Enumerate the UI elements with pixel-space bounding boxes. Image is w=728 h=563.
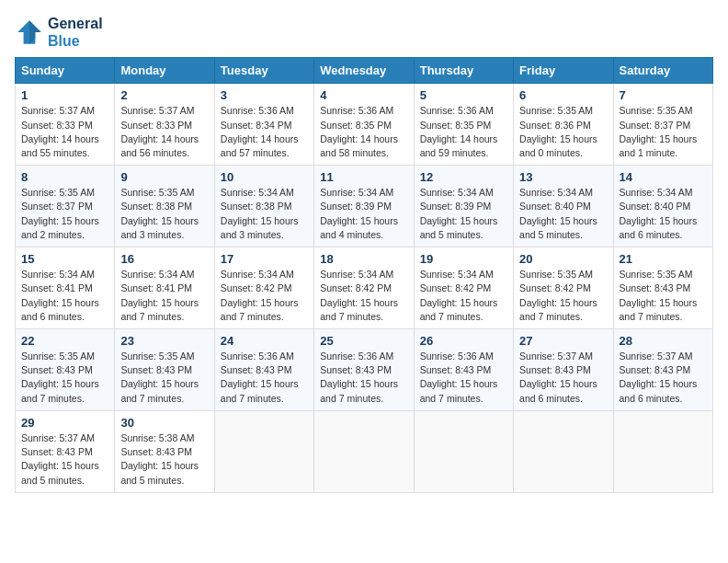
- weekday-header: Wednesday: [314, 58, 414, 84]
- weekday-row: SundayMondayTuesdayWednesdayThursdayFrid…: [16, 58, 713, 84]
- day-number: 19: [420, 252, 507, 266]
- calendar-day: 3 Sunrise: 5:36 AMSunset: 8:34 PMDayligh…: [214, 84, 313, 166]
- day-detail: Sunrise: 5:34 AMSunset: 8:39 PMDaylight:…: [320, 186, 407, 242]
- day-number: 14: [620, 170, 707, 184]
- calendar-week: 1 Sunrise: 5:37 AMSunset: 8:33 PMDayligh…: [16, 84, 713, 166]
- calendar-body: 1 Sunrise: 5:37 AMSunset: 8:33 PMDayligh…: [16, 84, 713, 492]
- calendar-day: [514, 410, 613, 492]
- calendar-table: SundayMondayTuesdayWednesdayThursdayFrid…: [15, 57, 713, 492]
- calendar-day: [314, 410, 414, 492]
- day-detail: Sunrise: 5:34 AMSunset: 8:38 PMDaylight:…: [221, 186, 308, 242]
- day-number: 8: [21, 170, 108, 184]
- calendar-day: 12 Sunrise: 5:34 AMSunset: 8:39 PMDaylig…: [414, 166, 513, 247]
- calendar-day: 9 Sunrise: 5:35 AMSunset: 8:38 PMDayligh…: [115, 166, 214, 247]
- day-number: 21: [620, 252, 707, 266]
- day-number: 17: [221, 252, 308, 266]
- day-number: 29: [21, 416, 108, 430]
- calendar-day: [214, 410, 313, 492]
- day-detail: Sunrise: 5:37 AMSunset: 8:43 PMDaylight:…: [519, 350, 607, 406]
- day-detail: Sunrise: 5:34 AMSunset: 8:41 PMDaylight:…: [21, 268, 108, 324]
- day-number: 6: [519, 88, 607, 102]
- day-number: 26: [420, 334, 507, 348]
- calendar-day: 23 Sunrise: 5:35 AMSunset: 8:43 PMDaylig…: [115, 329, 214, 411]
- day-number: 3: [221, 88, 308, 102]
- logo: General Blue: [15, 15, 103, 50]
- day-number: 24: [221, 334, 308, 348]
- day-detail: Sunrise: 5:37 AMSunset: 8:33 PMDaylight:…: [21, 104, 108, 160]
- calendar-week: 22 Sunrise: 5:35 AMSunset: 8:43 PMDaylig…: [16, 329, 713, 411]
- day-detail: Sunrise: 5:38 AMSunset: 8:43 PMDaylight:…: [120, 431, 208, 488]
- calendar-day: [613, 410, 712, 492]
- day-detail: Sunrise: 5:35 AMSunset: 8:37 PMDaylight:…: [21, 186, 108, 242]
- day-number: 12: [420, 170, 507, 184]
- day-number: 10: [221, 170, 308, 184]
- day-detail: Sunrise: 5:36 AMSunset: 8:35 PMDaylight:…: [320, 104, 407, 160]
- day-detail: Sunrise: 5:34 AMSunset: 8:41 PMDaylight:…: [120, 268, 208, 324]
- calendar-day: 21 Sunrise: 5:35 AMSunset: 8:43 PMDaylig…: [613, 247, 712, 329]
- day-number: 20: [519, 252, 607, 266]
- day-number: 4: [320, 88, 407, 102]
- weekday-header: Tuesday: [214, 58, 313, 84]
- calendar-day: 4 Sunrise: 5:36 AMSunset: 8:35 PMDayligh…: [314, 84, 414, 166]
- calendar-day: 17 Sunrise: 5:34 AMSunset: 8:42 PMDaylig…: [214, 247, 313, 329]
- logo-line2: Blue: [48, 32, 103, 50]
- weekday-header: Thursday: [414, 58, 513, 84]
- calendar-day: 20 Sunrise: 5:35 AMSunset: 8:42 PMDaylig…: [514, 247, 613, 329]
- day-detail: Sunrise: 5:37 AMSunset: 8:43 PMDaylight:…: [620, 350, 707, 406]
- calendar-day: 18 Sunrise: 5:34 AMSunset: 8:42 PMDaylig…: [314, 247, 414, 329]
- day-number: 28: [620, 334, 707, 348]
- calendar-day: 1 Sunrise: 5:37 AMSunset: 8:33 PMDayligh…: [16, 84, 115, 166]
- calendar-day: 14 Sunrise: 5:34 AMSunset: 8:40 PMDaylig…: [613, 166, 712, 247]
- day-detail: Sunrise: 5:37 AMSunset: 8:43 PMDaylight:…: [21, 431, 108, 488]
- calendar-day: 6 Sunrise: 5:35 AMSunset: 8:36 PMDayligh…: [514, 84, 613, 166]
- calendar-day: 8 Sunrise: 5:35 AMSunset: 8:37 PMDayligh…: [16, 166, 115, 247]
- day-detail: Sunrise: 5:35 AMSunset: 8:37 PMDaylight:…: [620, 104, 707, 160]
- day-detail: Sunrise: 5:34 AMSunset: 8:39 PMDaylight:…: [420, 186, 507, 242]
- weekday-header: Saturday: [613, 58, 712, 84]
- calendar-week: 8 Sunrise: 5:35 AMSunset: 8:37 PMDayligh…: [16, 166, 713, 247]
- calendar-week: 15 Sunrise: 5:34 AMSunset: 8:41 PMDaylig…: [16, 247, 713, 329]
- day-number: 9: [120, 170, 208, 184]
- day-number: 23: [120, 334, 208, 348]
- weekday-header: Monday: [115, 58, 214, 84]
- svg-marker-1: [29, 20, 41, 44]
- calendar-day: 29 Sunrise: 5:37 AMSunset: 8:43 PMDaylig…: [16, 410, 115, 492]
- calendar-day: 2 Sunrise: 5:37 AMSunset: 8:33 PMDayligh…: [115, 84, 214, 166]
- day-detail: Sunrise: 5:35 AMSunset: 8:43 PMDaylight:…: [120, 350, 208, 406]
- day-detail: Sunrise: 5:34 AMSunset: 8:40 PMDaylight:…: [519, 186, 607, 242]
- day-number: 13: [519, 170, 607, 184]
- day-number: 11: [320, 170, 407, 184]
- calendar-day: 7 Sunrise: 5:35 AMSunset: 8:37 PMDayligh…: [613, 84, 712, 166]
- day-number: 30: [120, 416, 208, 430]
- calendar-day: 28 Sunrise: 5:37 AMSunset: 8:43 PMDaylig…: [613, 329, 712, 411]
- day-number: 18: [320, 252, 407, 266]
- calendar-week: 29 Sunrise: 5:37 AMSunset: 8:43 PMDaylig…: [16, 410, 713, 492]
- day-number: 1: [21, 88, 108, 102]
- day-number: 15: [21, 252, 108, 266]
- day-detail: Sunrise: 5:35 AMSunset: 8:43 PMDaylight:…: [21, 350, 108, 406]
- calendar-day: 16 Sunrise: 5:34 AMSunset: 8:41 PMDaylig…: [115, 247, 214, 329]
- day-detail: Sunrise: 5:36 AMSunset: 8:35 PMDaylight:…: [420, 104, 507, 160]
- logo-icon: [15, 17, 44, 47]
- calendar-day: 19 Sunrise: 5:34 AMSunset: 8:42 PMDaylig…: [414, 247, 513, 329]
- calendar-day: 26 Sunrise: 5:36 AMSunset: 8:43 PMDaylig…: [414, 329, 513, 411]
- calendar-day: 11 Sunrise: 5:34 AMSunset: 8:39 PMDaylig…: [314, 166, 414, 247]
- day-detail: Sunrise: 5:34 AMSunset: 8:42 PMDaylight:…: [420, 268, 507, 324]
- day-detail: Sunrise: 5:35 AMSunset: 8:36 PMDaylight:…: [519, 104, 607, 160]
- calendar-header: SundayMondayTuesdayWednesdayThursdayFrid…: [16, 58, 713, 84]
- calendar-day: 25 Sunrise: 5:36 AMSunset: 8:43 PMDaylig…: [314, 329, 414, 411]
- day-detail: Sunrise: 5:35 AMSunset: 8:42 PMDaylight:…: [519, 268, 607, 324]
- day-detail: Sunrise: 5:37 AMSunset: 8:33 PMDaylight:…: [120, 104, 208, 160]
- day-detail: Sunrise: 5:35 AMSunset: 8:38 PMDaylight:…: [120, 186, 208, 242]
- calendar-day: [414, 410, 513, 492]
- day-number: 27: [519, 334, 607, 348]
- calendar-day: 13 Sunrise: 5:34 AMSunset: 8:40 PMDaylig…: [514, 166, 613, 247]
- calendar-day: 30 Sunrise: 5:38 AMSunset: 8:43 PMDaylig…: [115, 410, 214, 492]
- calendar-day: 10 Sunrise: 5:34 AMSunset: 8:38 PMDaylig…: [214, 166, 313, 247]
- weekday-header: Sunday: [16, 58, 115, 84]
- calendar-day: 15 Sunrise: 5:34 AMSunset: 8:41 PMDaylig…: [16, 247, 115, 329]
- day-number: 5: [420, 88, 507, 102]
- weekday-header: Friday: [514, 58, 613, 84]
- day-number: 22: [21, 334, 108, 348]
- day-detail: Sunrise: 5:36 AMSunset: 8:43 PMDaylight:…: [221, 350, 308, 406]
